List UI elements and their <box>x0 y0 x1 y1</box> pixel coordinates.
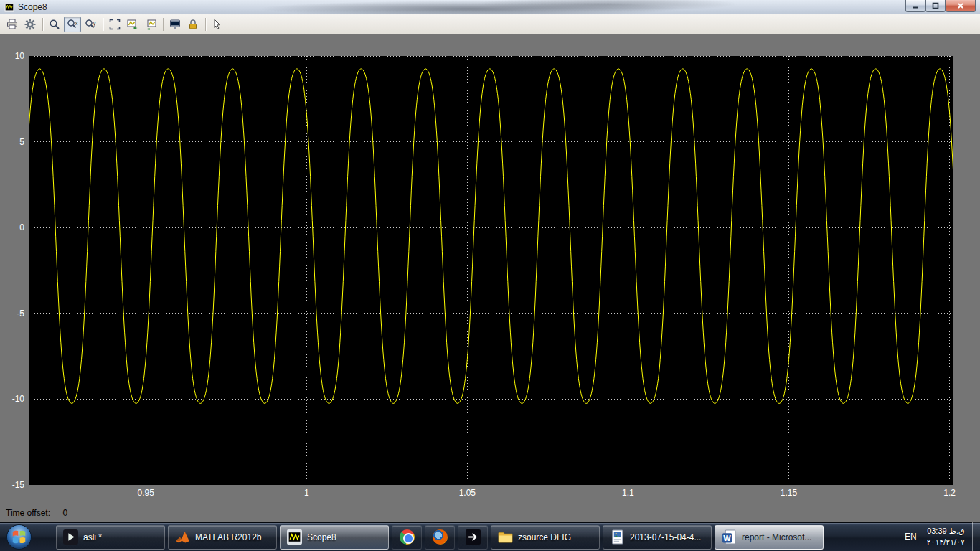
taskbar-item-firefox[interactable] <box>425 525 455 550</box>
lock-axes-button[interactable] <box>184 17 202 32</box>
signal-selection-icon <box>212 19 223 30</box>
minimize-icon <box>912 2 919 9</box>
taskbar-item-label: 2013-07-15-04-4... <box>630 532 701 542</box>
close-button[interactable] <box>946 0 976 12</box>
tray-date: ۲۰۱۳/۲۱/۰۷ <box>927 537 965 547</box>
toolbar-separator <box>42 18 43 31</box>
taskbar-item-asli[interactable]: asli * <box>56 525 165 550</box>
close-icon <box>957 2 964 9</box>
desktop-screen: Scope8 <box>0 0 980 551</box>
media-player-icon <box>466 529 481 545</box>
scope-icon <box>287 529 302 545</box>
y-tick-label: -15 <box>0 480 24 490</box>
signal-selection-button[interactable] <box>209 17 226 32</box>
y-tick-label: 0 <box>0 222 24 232</box>
svg-text:W: W <box>723 534 731 542</box>
scope-trace <box>29 69 953 404</box>
floating-scope-icon <box>169 19 181 30</box>
chrome-icon <box>400 529 415 545</box>
svg-text:y: y <box>93 20 96 26</box>
taskbar-item-label: report - Microsof... <box>742 532 811 542</box>
word-icon: W <box>722 529 737 545</box>
parameters-icon <box>24 19 36 30</box>
x-tick-label: 1.15 <box>781 488 797 498</box>
scope-plot-svg <box>29 56 953 485</box>
start-button[interactable] <box>0 523 55 551</box>
matlab-icon <box>175 529 190 545</box>
restore-axes-button[interactable] <box>142 17 159 32</box>
svg-text:x: x <box>75 20 78 25</box>
restore-axes-icon <box>145 19 156 30</box>
x-tick-label: 1 <box>304 488 309 498</box>
tray-time: 03:39 ق.ظ <box>927 526 965 537</box>
autoscale-button[interactable] <box>106 17 123 32</box>
titlebar[interactable]: Scope8 <box>0 0 980 14</box>
minimize-button[interactable] <box>905 0 925 12</box>
taskbar-item-label: asli * <box>83 532 102 542</box>
parameters-button[interactable] <box>22 17 39 32</box>
taskbar-item-label: zsource DFIG <box>518 532 571 542</box>
taskbar-item-media-player[interactable] <box>458 525 488 550</box>
save-axes-button[interactable] <box>124 17 141 32</box>
x-tick-label: 0.95 <box>137 488 154 498</box>
image-file-icon <box>610 529 625 545</box>
taskbar-item-word-report[interactable]: W report - Microsof... <box>715 525 824 550</box>
floating-scope-button[interactable] <box>166 17 184 32</box>
x-tick-label: 1.1 <box>622 488 634 498</box>
system-tray: EN 03:39 ق.ظ ۲۰۱۳/۲۱/۰۷ <box>905 522 980 551</box>
scope-figure: Time offset: 0 1050-5-10-150.9511.051.11… <box>0 34 980 522</box>
time-offset-label: Time offset: <box>6 508 50 518</box>
x-tick-label: 1.05 <box>459 488 476 498</box>
zoom-button[interactable] <box>46 17 63 32</box>
taskbar: asli * MATLAB R2012b Scope8 <box>0 522 980 551</box>
language-indicator[interactable]: EN <box>905 532 917 542</box>
zoom-x-button[interactable]: x <box>64 17 81 32</box>
y-tick-label: -10 <box>0 394 24 404</box>
autoscale-icon <box>109 19 121 30</box>
lock-axes-icon <box>187 19 199 30</box>
scope-toolbar: x y <box>0 14 980 34</box>
plot-area[interactable] <box>29 56 953 485</box>
show-desktop-button[interactable] <box>972 522 980 551</box>
time-offset-value: 0 <box>62 508 67 518</box>
taskbar-item-zsource-dfig[interactable]: zsource DFIG <box>491 525 600 550</box>
asli-app-icon <box>63 529 78 545</box>
y-tick-label: -5 <box>0 309 24 319</box>
window-title: Scope8 <box>18 0 47 14</box>
toolbar-separator <box>163 18 164 31</box>
save-axes-icon <box>127 19 138 30</box>
print-icon <box>6 19 18 30</box>
taskbar-item-chrome[interactable] <box>392 525 422 550</box>
taskbar-item-scope8[interactable]: Scope8 <box>280 525 389 550</box>
zoom-icon <box>49 19 60 30</box>
zoom-y-icon: y <box>85 19 96 30</box>
toolbar-separator <box>103 18 103 31</box>
taskbar-item-label: MATLAB R2012b <box>195 532 262 542</box>
y-tick-label: 5 <box>0 137 24 147</box>
zoom-x-icon: x <box>67 19 78 30</box>
print-button[interactable] <box>4 17 21 32</box>
maximize-button[interactable] <box>925 0 946 12</box>
taskbar-item-label: Scope8 <box>307 532 336 542</box>
maximize-icon <box>932 2 939 9</box>
time-offset: Time offset: 0 <box>6 508 67 518</box>
y-tick-label: 10 <box>0 51 24 61</box>
taskbar-item-image-file[interactable]: 2013-07-15-04-4... <box>603 525 712 550</box>
scope-window-icon <box>4 2 14 12</box>
windows-start-icon <box>6 524 32 550</box>
caption-buttons <box>905 0 976 12</box>
zoom-y-button[interactable]: y <box>82 17 99 32</box>
firefox-icon <box>433 529 448 545</box>
taskbar-item-matlab[interactable]: MATLAB R2012b <box>168 525 277 550</box>
x-tick-label: 1.2 <box>943 488 956 498</box>
folder-icon <box>498 529 513 545</box>
tray-clock[interactable]: 03:39 ق.ظ ۲۰۱۳/۲۱/۰۷ <box>927 526 965 547</box>
toolbar-separator <box>205 18 206 31</box>
